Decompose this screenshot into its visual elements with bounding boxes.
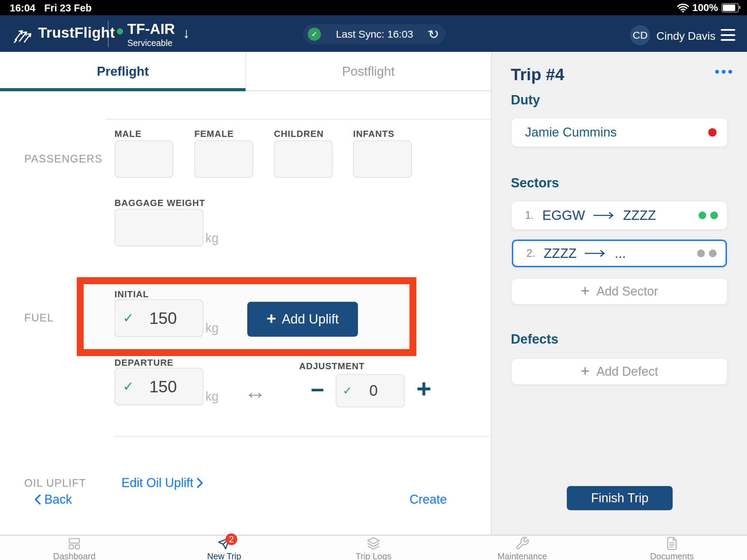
sector-from: EGGW	[542, 208, 585, 223]
passengers-section-label: PASSENGERS	[24, 153, 102, 165]
add-uplift-button[interactable]: + Add Uplift	[247, 302, 358, 337]
initial-fuel-label: INITIAL	[114, 289, 149, 300]
sector-from: ZZZZ	[544, 246, 577, 261]
status-bar: 16:04 Fri 23 Feb 100%	[0, 0, 747, 15]
tab-preflight[interactable]: Preflight	[0, 52, 246, 91]
avatar[interactable]: CD	[630, 25, 650, 45]
form-divider-top	[105, 119, 491, 120]
sector-status-dots	[699, 212, 718, 219]
sector-row-1[interactable]: 1. EGGW ZZZZ	[512, 202, 727, 229]
duty-name: Jamie Cummins	[525, 125, 708, 140]
finish-trip-button[interactable]: Finish Trip	[567, 486, 673, 510]
back-label: Back	[44, 492, 72, 507]
nav-dashboard[interactable]: Dashboard	[33, 536, 116, 560]
long-arrow-right-icon	[584, 249, 607, 258]
duty-card[interactable]: Jamie Cummins	[512, 118, 727, 147]
add-defect-button[interactable]: + Add Defect	[512, 359, 727, 384]
baggage-weight-label: BAGGAGE WEIGHT	[114, 198, 205, 208]
trip-logs-layers-icon	[366, 536, 381, 551]
baggage-unit: kg	[205, 231, 219, 245]
departure-fuel-unit: kg	[205, 389, 219, 404]
add-sector-label: Add Sector	[597, 284, 658, 299]
create-label: Create	[409, 492, 447, 507]
adjustment-minus-button[interactable]: −	[311, 376, 324, 403]
children-input[interactable]	[274, 140, 333, 178]
documents-icon	[664, 536, 680, 551]
female-input[interactable]	[194, 140, 253, 178]
male-label: MALE	[114, 129, 141, 139]
trip-panel: Trip #4 Duty Jamie Cummins Sectors 1. EG…	[491, 52, 747, 535]
sync-status-pill[interactable]: ✓ Last Sync: 16:03 ↻	[303, 24, 445, 44]
nav-documents[interactable]: Documents	[630, 536, 713, 560]
bottom-navigation: Dashboard 2 New Trip	[0, 535, 747, 560]
trip-options-icon[interactable]	[715, 70, 732, 74]
sector-number: 1.	[525, 209, 542, 222]
edit-oil-uplift-link[interactable]: Edit Oil Uplift	[121, 476, 203, 490]
app-header: TrustFlight TF-AIR Serviceable ↓ ✓ Last …	[0, 15, 747, 52]
departure-fuel-value: 150	[134, 377, 203, 396]
initial-fuel-input[interactable]: ✓ 150	[114, 299, 203, 337]
chevron-right-icon	[197, 478, 203, 488]
infants-label: INFANTS	[353, 129, 395, 139]
departure-fuel-input[interactable]: ✓ 150	[114, 368, 203, 405]
sync-ok-icon: ✓	[308, 28, 321, 41]
male-input[interactable]	[114, 140, 173, 178]
valid-check-icon: ✓	[123, 310, 134, 326]
oil-uplift-section-label: OIL UPLIFT	[24, 477, 86, 489]
adjustment-value: 0	[352, 382, 404, 399]
nav-new-trip[interactable]: 2 New Trip	[183, 536, 266, 560]
tab-divider	[246, 52, 246, 91]
nav-label: Maintenance	[497, 551, 547, 560]
user-name: Cindy Davis	[656, 30, 716, 43]
sector-number: 2.	[526, 247, 544, 260]
chevron-left-icon	[35, 494, 41, 505]
app-root: 16:04 Fri 23 Feb 100% Trus	[0, 0, 747, 560]
status-indicators: 100%	[677, 2, 739, 13]
nav-trip-logs[interactable]: Trip Logs	[332, 536, 415, 560]
edit-oil-uplift-label: Edit Oil Uplift	[121, 476, 193, 490]
form-divider-bottom	[114, 436, 491, 437]
baggage-weight-input[interactable]	[114, 209, 203, 246]
battery-percent: 100%	[692, 2, 718, 13]
plus-icon: +	[581, 362, 590, 380]
tab-postflight[interactable]: Postflight	[246, 52, 491, 91]
fuel-section-label: FUEL	[24, 312, 54, 324]
finish-trip-label: Finish Trip	[591, 491, 648, 505]
header-divider	[108, 21, 109, 47]
nav-label: Documents	[650, 551, 694, 560]
add-sector-button[interactable]: + Add Sector	[512, 279, 727, 304]
children-label: CHILDREN	[274, 129, 324, 139]
plus-icon: +	[581, 282, 590, 299]
infants-input[interactable]	[353, 140, 412, 178]
duty-heading: Duty	[511, 93, 540, 108]
sector-to: ZZZZ	[623, 208, 656, 223]
plus-icon: +	[267, 309, 276, 328]
sector-to: ...	[615, 246, 626, 261]
refresh-icon[interactable]: ↻	[426, 26, 441, 43]
new-trip-badge: 2	[225, 533, 237, 545]
status-time: 16:04	[10, 2, 35, 14]
sector-row-2-selected[interactable]: 2. ZZZZ ...	[512, 240, 727, 267]
add-uplift-label: Add Uplift	[282, 312, 339, 327]
back-button[interactable]: Back	[35, 492, 72, 507]
long-arrow-right-icon	[593, 211, 616, 220]
create-button[interactable]: Create	[409, 492, 447, 507]
trip-title: Trip #4	[511, 65, 564, 84]
adjustment-input[interactable]: ✓ 0	[336, 374, 405, 407]
menu-icon[interactable]	[721, 29, 735, 41]
nav-maintenance[interactable]: Maintenance	[481, 536, 564, 560]
add-defect-label: Add Defect	[597, 364, 658, 379]
aircraft-selector[interactable]: TF-AIR	[127, 21, 175, 37]
nav-label: New Trip	[207, 551, 241, 560]
adjustment-plus-button[interactable]: +	[416, 374, 431, 403]
dashboard-icon	[67, 536, 82, 551]
duty-status-dot	[708, 128, 717, 137]
nav-label: Trip Logs	[356, 551, 391, 560]
female-label: FEMALE	[194, 129, 234, 139]
left-right-arrow-icon: ↔	[244, 379, 266, 404]
status-date: Fri 23 Feb	[44, 2, 92, 14]
download-arrow-icon[interactable]: ↓	[183, 25, 190, 41]
valid-check-icon: ✓	[343, 384, 352, 397]
last-sync-label: Last Sync: 16:03	[321, 28, 428, 40]
wifi-icon	[677, 3, 689, 12]
